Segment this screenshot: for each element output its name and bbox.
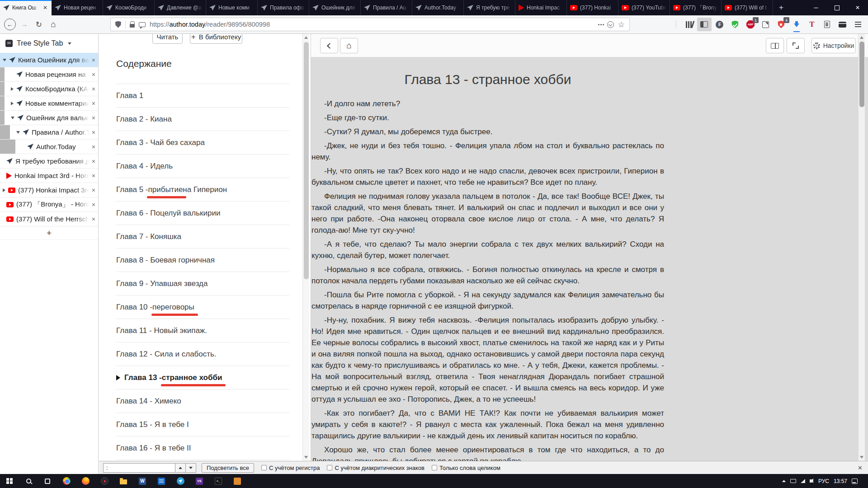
scrollbar-thumb[interactable] [304, 42, 309, 279]
tst-tab[interactable]: Новые комментарии (1) [0, 96, 98, 111]
close-window-button[interactable] [847, 0, 868, 15]
scroll-down-icon[interactable] [304, 456, 308, 459]
task-view-button[interactable] [38, 474, 57, 488]
browser-tab[interactable]: Правила / Au [361, 0, 412, 15]
scroll-down-icon[interactable] [860, 456, 863, 459]
match-case-checkbox[interactable]: С учётом регистра [261, 465, 320, 471]
sidebar-toggle-button[interactable] [697, 18, 712, 31]
taskbar-firefox[interactable] [76, 474, 95, 488]
find-next-button[interactable] [186, 463, 196, 473]
close-findbar-icon[interactable] [858, 465, 863, 471]
reader-contents-button[interactable] [766, 38, 784, 53]
toc-chapter[interactable]: Глава 5 - прибытие на Гиперион [116, 178, 289, 202]
taskbar-telegram[interactable] [171, 474, 190, 488]
tst-tab-book[interactable]: Книга Ошейник для вальки [0, 53, 98, 67]
close-tab-icon[interactable] [92, 172, 95, 179]
find-input[interactable] [103, 463, 175, 473]
new-tab-button[interactable]: + [773, 0, 789, 15]
tst-tab[interactable]: (377) Will of the Herrscher - [0, 212, 98, 226]
sidebar-new-tab-button[interactable]: + [0, 226, 98, 240]
close-tab-icon[interactable] [92, 114, 95, 122]
toc-chapter-current[interactable]: Глава 13 - странное хобби [116, 366, 289, 389]
toc-chapter[interactable]: Глава 14 - Химеко [116, 389, 289, 413]
close-tab-icon[interactable] [92, 158, 95, 165]
forward-button[interactable] [17, 18, 32, 31]
pocket-icon[interactable] [607, 21, 614, 28]
toc-chapter[interactable]: Глава 8 - Боевая горничная [116, 249, 289, 272]
toc-chapter[interactable]: Глава 16 - Я в тебе II [116, 436, 289, 460]
toc-chapter[interactable]: Глава 11 - Новый экипаж. [116, 319, 289, 343]
sidebar-header[interactable]: Tree Style Tab [0, 34, 98, 53]
toc-chapter[interactable]: Глава 4 - Идель [116, 155, 289, 178]
back-button[interactable] [3, 18, 17, 31]
close-tab-icon[interactable] [92, 56, 95, 64]
read-button[interactable]: Читать [152, 34, 183, 44]
toc-chapter[interactable]: Глава 7 - Коняшка [116, 225, 289, 249]
close-tab-icon[interactable] [92, 100, 95, 107]
app-menu-button[interactable] [851, 18, 865, 31]
minimize-button[interactable] [806, 0, 826, 15]
tst-tab[interactable]: (377) 「Bronya」 - Honkai In [0, 197, 98, 212]
taskbar-app[interactable] [228, 474, 247, 488]
tracking-protection-icon[interactable] [115, 21, 121, 28]
url-bar[interactable]: https://author.today/reader/98956/800998 [110, 18, 630, 31]
match-diacritics-checkbox[interactable]: С учётом диакритических знаков [327, 465, 424, 471]
close-tab-icon[interactable] [92, 201, 95, 208]
browser-tab[interactable]: (377) 「Brony [670, 0, 722, 15]
twisty-closed-icon[interactable] [11, 87, 14, 91]
twisty-open-icon[interactable] [11, 117, 14, 119]
close-tab-icon[interactable] [92, 216, 95, 223]
reader-fullscreen-button[interactable] [787, 38, 805, 53]
language-indicator[interactable]: РУС [818, 478, 829, 484]
extension-f-button[interactable] [712, 18, 727, 31]
whole-words-checkbox[interactable]: Только слова целиком [432, 465, 500, 471]
taskbar-media-app[interactable] [95, 474, 114, 488]
taskbar-chrome[interactable] [57, 474, 76, 488]
toc-chapter[interactable]: Глава 1 [116, 84, 289, 108]
taskbar-word[interactable]: W [133, 474, 152, 488]
browser-tab[interactable]: Новые комм [206, 0, 258, 15]
twisty-open-icon[interactable] [16, 131, 20, 134]
clock[interactable]: 13:57 [834, 478, 847, 484]
home-button[interactable] [46, 18, 61, 31]
toc-chapter[interactable]: Глава 3 - Чай без сахара [116, 131, 289, 155]
close-tab-icon[interactable] [92, 71, 95, 78]
browser-tab[interactable]: Давление @а [155, 0, 206, 15]
reader-settings-button[interactable]: Настройки [811, 38, 856, 53]
browser-tab[interactable]: Я требую тре [464, 0, 515, 15]
taskbar-visual-studio[interactable]: VS [190, 474, 209, 488]
tst-tab[interactable]: Author.Today [0, 140, 98, 154]
browser-tab-active[interactable]: Книга Ош [0, 0, 52, 15]
toc-chapter[interactable]: Глава 12 - Сила и слабость. [116, 343, 289, 366]
reload-button[interactable] [32, 18, 46, 31]
toc-chapter[interactable]: Глава 10 - переговоры [116, 296, 289, 319]
taskbar-docs-app[interactable] [152, 474, 171, 488]
toc-chapter[interactable]: Глава 6 - Поцелуй валькирии [116, 202, 289, 225]
toc-chapter[interactable]: Глава 15 - Я в тебе I [116, 413, 289, 436]
reader-extension-button[interactable] [820, 18, 835, 31]
browser-tab[interactable]: Ошейник для [309, 0, 361, 15]
maximize-button[interactable] [826, 0, 847, 15]
taskbar-explorer[interactable] [114, 474, 133, 488]
toc-scrollbar[interactable] [302, 34, 309, 461]
bookmark-star-icon[interactable] [618, 20, 625, 29]
browser-tab[interactable]: Новая рецен [52, 0, 103, 15]
tst-tab[interactable]: Ошейник для валькирий [0, 111, 98, 125]
reader-home-button[interactable] [340, 38, 358, 53]
browser-tab[interactable]: КосмоБроди [103, 0, 155, 15]
close-tab-icon[interactable] [92, 143, 95, 150]
browser-tab[interactable]: Honkai Impac [515, 0, 567, 15]
tst-tab[interactable]: Я требую требования для р [0, 154, 98, 169]
translator-t-button[interactable] [805, 18, 819, 31]
translate-bubble-icon[interactable] [139, 22, 146, 27]
twisty-open-icon[interactable] [3, 59, 6, 61]
toc-chapter[interactable]: Глава 9 - Упавшая звезда [116, 272, 289, 296]
toc-chapter[interactable]: Глава 2 - Киана [116, 108, 289, 131]
adguard-button[interactable] [728, 18, 742, 31]
scrollbar-thumb[interactable] [859, 42, 864, 107]
wallet-extension-button[interactable] [835, 18, 850, 31]
network-tray-icon[interactable] [801, 479, 805, 483]
taskbar-terminal[interactable]: >_ [209, 474, 228, 488]
add-to-library-button[interactable]: +В библиотеку [190, 34, 242, 44]
twisty-closed-icon[interactable] [11, 102, 14, 105]
